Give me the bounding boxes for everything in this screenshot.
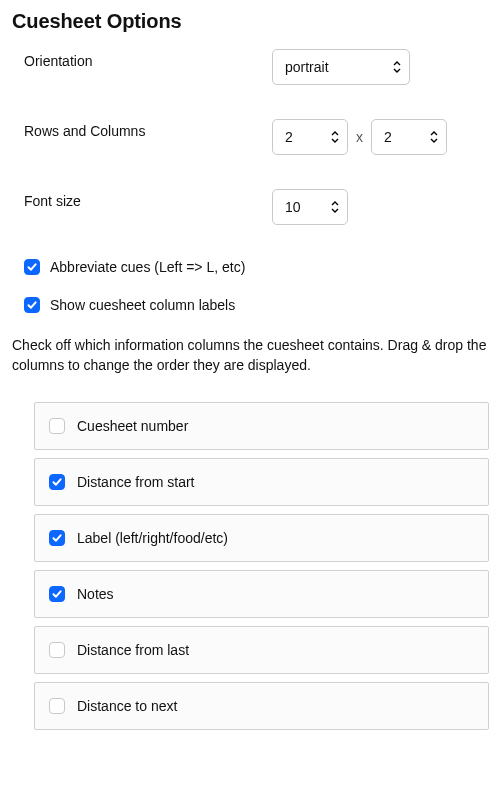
font-size-row: Font size 10 bbox=[12, 189, 489, 225]
chevron-up-down-icon bbox=[393, 60, 401, 74]
font-size-label: Font size bbox=[24, 189, 272, 209]
column-label: Label (left/right/food/etc) bbox=[77, 530, 228, 546]
column-item[interactable]: Notes bbox=[34, 570, 489, 618]
option-row: Show cuesheet column labels bbox=[12, 297, 489, 313]
orientation-select[interactable]: portrait bbox=[272, 49, 410, 85]
column-label: Cuesheet number bbox=[77, 418, 188, 434]
cols-value: 2 bbox=[384, 129, 392, 145]
column-label: Distance to next bbox=[77, 698, 177, 714]
column-checkbox[interactable] bbox=[49, 698, 65, 714]
option-checkbox[interactable] bbox=[24, 259, 40, 275]
rows-cols-separator: x bbox=[356, 129, 363, 145]
chevron-up-down-icon bbox=[331, 130, 339, 144]
rows-cols-label: Rows and Columns bbox=[24, 119, 272, 139]
chevron-up-down-icon bbox=[430, 130, 438, 144]
column-item[interactable]: Label (left/right/food/etc) bbox=[34, 514, 489, 562]
orientation-label: Orientation bbox=[24, 49, 272, 69]
column-label: Distance from start bbox=[77, 474, 194, 490]
column-item[interactable]: Distance to next bbox=[34, 682, 489, 730]
column-checkbox[interactable] bbox=[49, 474, 65, 490]
columns-help-text: Check off which information columns the … bbox=[12, 335, 489, 376]
chevron-up-down-icon bbox=[331, 200, 339, 214]
column-checkbox[interactable] bbox=[49, 642, 65, 658]
cols-select[interactable]: 2 bbox=[371, 119, 447, 155]
rows-select[interactable]: 2 bbox=[272, 119, 348, 155]
font-size-value: 10 bbox=[285, 199, 301, 215]
column-item[interactable]: Distance from start bbox=[34, 458, 489, 506]
option-checkbox[interactable] bbox=[24, 297, 40, 313]
rows-value: 2 bbox=[285, 129, 293, 145]
column-checkbox[interactable] bbox=[49, 530, 65, 546]
column-checkbox[interactable] bbox=[49, 586, 65, 602]
options-list: Abbreviate cues (Left => L, etc)Show cue… bbox=[12, 259, 489, 313]
column-item[interactable]: Cuesheet number bbox=[34, 402, 489, 450]
option-label: Show cuesheet column labels bbox=[50, 297, 235, 313]
font-size-select[interactable]: 10 bbox=[272, 189, 348, 225]
option-row: Abbreviate cues (Left => L, etc) bbox=[12, 259, 489, 275]
column-label: Distance from last bbox=[77, 642, 189, 658]
column-label: Notes bbox=[77, 586, 114, 602]
page-title: Cuesheet Options bbox=[12, 10, 489, 33]
orientation-value: portrait bbox=[285, 59, 329, 75]
orientation-row: Orientation portrait bbox=[12, 49, 489, 85]
rows-cols-row: Rows and Columns 2 x 2 bbox=[12, 119, 489, 155]
column-checkbox[interactable] bbox=[49, 418, 65, 434]
column-item[interactable]: Distance from last bbox=[34, 626, 489, 674]
option-label: Abbreviate cues (Left => L, etc) bbox=[50, 259, 245, 275]
columns-list: Cuesheet numberDistance from startLabel … bbox=[12, 402, 489, 730]
